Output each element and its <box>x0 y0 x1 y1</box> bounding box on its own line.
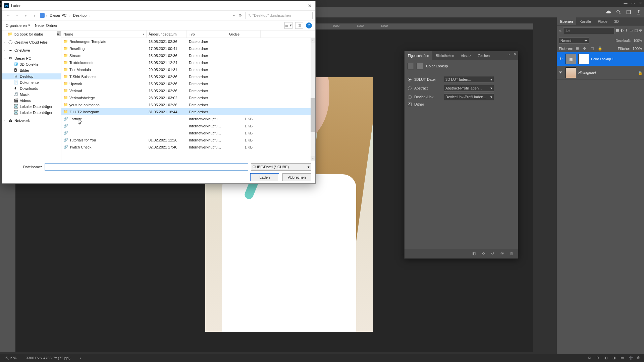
file-row[interactable]: 📁youtube animation15.05.2021 02:36Dateio… <box>61 101 315 108</box>
lock-pixels-icon[interactable]: ▦ <box>576 46 580 51</box>
chevron-down-icon[interactable]: ▾ <box>233 14 235 17</box>
layer-name[interactable]: Hintergrund <box>578 71 636 75</box>
tab-properties[interactable]: Eigenschaften <box>405 51 432 60</box>
mask-add-icon[interactable]: ◐ <box>604 356 609 360</box>
col-size[interactable]: Größe <box>227 31 261 38</box>
tree-node[interactable]: 💽Lokaler Datenträger <box>2 104 61 110</box>
expand-icon[interactable]: › <box>4 119 7 122</box>
radio-devicelink[interactable] <box>408 95 412 99</box>
info-chevron-icon[interactable]: › <box>80 356 81 360</box>
tree-node[interactable]: ⬇Downloads <box>2 85 61 92</box>
tree-node[interactable]: ⌄🖥Dieser PC <box>2 55 61 61</box>
filter-smart-icon[interactable]: ◫ <box>634 28 638 34</box>
tab-paths[interactable]: Pfade <box>594 17 611 25</box>
filter-adj-icon[interactable]: ◐ <box>621 28 624 34</box>
zoom-value[interactable]: 15,19% <box>4 356 16 360</box>
file-row[interactable]: 🔗Internetverknüpfu…1 KB <box>61 129 315 136</box>
panel-collapse-icon[interactable]: ‹‹ <box>506 52 511 57</box>
file-row[interactable]: 📁T-Shirt Buisness15.05.2021 02:36Dateior… <box>61 73 315 80</box>
open-button[interactable]: Laden <box>250 173 279 181</box>
reset-icon[interactable]: ↺ <box>491 251 496 256</box>
scroll-thumb[interactable] <box>311 98 315 132</box>
radio-3dlut[interactable] <box>408 78 412 81</box>
lock-position-icon[interactable]: ✥ <box>583 46 588 51</box>
dialog-close-button[interactable]: ✕ <box>307 2 313 9</box>
scroll-up-icon[interactable]: ▴ <box>311 38 315 43</box>
select-abstract[interactable]: Abstract-Profil laden...▾ <box>444 85 494 92</box>
file-row[interactable]: 📁Stream15.05.2021 02:36Dateiordner <box>61 52 315 59</box>
adjustment-add-icon[interactable]: ◑ <box>612 356 617 360</box>
history-icon[interactable] <box>626 9 631 15</box>
tree-node[interactable]: 🧊3D-Objekte <box>2 61 61 67</box>
tree-node[interactable]: 📄Dokumente <box>2 79 61 85</box>
tree-scrollbar-up[interactable]: ▴ <box>57 31 61 36</box>
layer-row[interactable]: 👁 ▦ Color Lookup 1 <box>557 52 644 66</box>
blend-mode-select[interactable]: Normal <box>559 38 589 44</box>
col-name[interactable]: Name▴ <box>61 31 147 38</box>
nav-up-button[interactable]: ↑ <box>31 12 38 19</box>
search-input[interactable]: "Desktop" durchsuchen <box>246 12 313 19</box>
filename-input[interactable] <box>45 163 248 171</box>
file-row[interactable]: 🔗Twitch Check02.02.2021 17:40Internetver… <box>61 143 315 150</box>
fill-value[interactable]: 100% <box>633 47 642 51</box>
select-3dlut[interactable]: 3D LUT laden...▾ <box>444 76 494 83</box>
file-row[interactable]: 📁Tier Mandala20.05.2021 01:31Dateiordner <box>61 66 315 73</box>
chevron-right-icon[interactable]: › <box>46 14 47 17</box>
filetype-select[interactable]: CUBE-Datei (*.CUBE)▾ <box>251 163 311 171</box>
col-date[interactable]: Änderungsdatum <box>147 31 187 38</box>
opacity-value[interactable]: 100% <box>633 39 642 43</box>
tree-node[interactable]: ›☁OneDrive <box>2 47 61 53</box>
scroll-down-icon[interactable]: ▾ <box>311 156 315 161</box>
file-row[interactable]: 📁Verkaufsbelege28.05.2021 03:02Dateiordn… <box>61 94 315 101</box>
eye-icon[interactable]: 👁 <box>559 57 564 61</box>
tree-node[interactable]: 📁log book for diabe <box>2 31 61 37</box>
file-row[interactable]: 📁Textdokumente15.05.2021 12:24Dateiordne… <box>61 59 315 66</box>
prev-state-icon[interactable]: ⟲ <box>482 251 486 256</box>
trash-icon[interactable]: 🗑 <box>510 251 515 256</box>
new-layer-icon[interactable]: ➕ <box>629 356 633 360</box>
filter-shape-icon[interactable]: ▭ <box>630 28 633 34</box>
view-mode-button[interactable]: ☰ ▾ <box>284 22 292 29</box>
tab-character[interactable]: Zeichen <box>474 51 493 60</box>
tab-3d[interactable]: 3D <box>611 17 622 25</box>
lock-icon[interactable]: 🔒 <box>638 71 642 75</box>
file-row[interactable]: 📁Reselling17.05.2021 00:41Dateiordner <box>61 45 315 52</box>
crumb-desktop[interactable]: Desktop <box>72 13 88 18</box>
breadcrumb[interactable]: › Dieser PC › Desktop › ▾ <box>40 13 235 18</box>
layer-row[interactable]: 👁 Hintergrund 🔒 <box>557 66 644 80</box>
select-devicelink[interactable]: DeviceLink-Profil laden...▾ <box>444 94 494 100</box>
group-icon[interactable]: ▭ <box>621 356 625 360</box>
panel-close-icon[interactable]: ✕ <box>513 52 517 57</box>
layer-name[interactable]: Color Lookup 1 <box>591 57 642 61</box>
tree-node[interactable]: ›🖧Netzwerk <box>2 118 61 124</box>
lock-all-icon[interactable]: 🔒 <box>598 46 602 51</box>
visibility-icon[interactable]: 👁 <box>500 251 505 256</box>
nav-recent-button[interactable]: ▾ <box>22 12 29 19</box>
collapse-icon[interactable]: ⌄ <box>4 57 7 60</box>
tree-node[interactable]: 🖥Desktop <box>2 73 61 79</box>
file-row[interactable]: 📁Verkauf15.05.2021 02:36Dateiordner <box>61 87 315 94</box>
file-row[interactable]: 📁Upwork15.05.2021 02:36Dateiordner <box>61 80 315 87</box>
eye-icon[interactable]: 👁 <box>559 70 564 75</box>
layer-filter-input[interactable] <box>563 27 614 34</box>
file-row[interactable]: 🔗FortniteInternetverknüpfu…1 KB <box>61 115 315 122</box>
file-row[interactable]: 🔗Tutorials for You01.02.2021 12:26Intern… <box>61 136 315 143</box>
help-button[interactable]: ? <box>306 22 312 28</box>
radio-abstract[interactable] <box>408 86 412 90</box>
file-row[interactable]: 🔗Internetverknüpfu…1 KB <box>61 122 315 129</box>
preview-pane-button[interactable]: ◫ <box>295 22 303 29</box>
fx-icon[interactable]: fx <box>596 356 601 360</box>
crumb-pc[interactable]: Dieser PC <box>48 13 68 18</box>
lock-artboard-icon[interactable]: ◫ <box>590 46 595 51</box>
file-list[interactable]: Name▴ Änderungsdatum Typ Größe 📁Rechnung… <box>61 31 315 161</box>
tab-layers[interactable]: Ebenen <box>557 17 576 25</box>
delete-icon[interactable]: 🗑 <box>637 356 641 360</box>
tab-paragraph[interactable]: Absatz <box>458 51 475 60</box>
col-type[interactable]: Typ <box>187 31 227 38</box>
file-row[interactable]: 📁Rechnungen Template15.05.2021 02:36Date… <box>61 38 315 45</box>
cancel-button[interactable]: Abbrechen <box>282 173 311 181</box>
minimize-button[interactable]: — <box>622 0 629 6</box>
clip-icon[interactable]: ◧ <box>472 251 477 256</box>
new-folder-button[interactable]: Neuer Ordner <box>35 23 57 27</box>
expand-icon[interactable]: › <box>4 49 7 52</box>
